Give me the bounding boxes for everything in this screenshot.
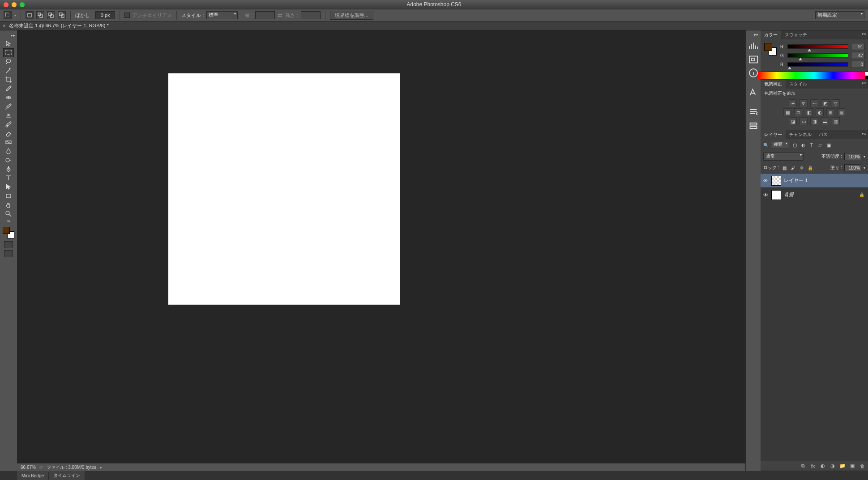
invert-adjustment-icon[interactable]: ◪: [789, 117, 797, 125]
canvas-area[interactable]: 66.67% ⟳ ファイル : 3.00M/0 bytes ▸: [17, 30, 745, 471]
healing-brush-tool[interactable]: [3, 93, 14, 102]
clone-stamp-tool[interactable]: [3, 111, 14, 120]
feather-input[interactable]: [95, 11, 115, 19]
rectangular-marquee-tool[interactable]: [3, 48, 14, 57]
r-input[interactable]: [851, 43, 864, 50]
tab-paths[interactable]: パス: [815, 130, 831, 139]
eraser-tool[interactable]: [3, 129, 14, 138]
link-layers-icon[interactable]: ⧉: [800, 463, 806, 469]
tab-styles[interactable]: スタイル: [786, 80, 811, 89]
document-canvas[interactable]: [168, 73, 400, 305]
dodge-tool[interactable]: [3, 156, 14, 165]
paragraph-panel-icon[interactable]: [748, 107, 759, 118]
balance-adjustment-icon[interactable]: ⚖: [794, 108, 802, 116]
visibility-toggle-icon[interactable]: 👁: [762, 192, 769, 198]
tool-switch-icon[interactable]: ⇆: [7, 219, 10, 223]
hue-adjustment-icon[interactable]: ▦: [783, 108, 791, 116]
fg-color-chip[interactable]: [764, 43, 772, 51]
zoom-level[interactable]: 66.67%: [21, 465, 36, 470]
panel-menu-icon[interactable]: ▾≡: [862, 132, 866, 136]
layer-thumbnail[interactable]: [771, 190, 781, 200]
antialias-checkbox[interactable]: [124, 13, 130, 18]
color-swatches[interactable]: [3, 227, 14, 238]
close-tab-icon[interactable]: ×: [3, 23, 6, 29]
navigator-panel-icon[interactable]: [748, 54, 759, 65]
gradient-map-adjustment-icon[interactable]: ▬: [821, 117, 829, 125]
layer-row[interactable]: 👁背景🔒: [761, 188, 868, 202]
bw-adjustment-icon[interactable]: ◧: [805, 108, 813, 116]
curves-adjustment-icon[interactable]: 〰: [810, 99, 818, 107]
brightness-adjustment-icon[interactable]: ☀: [789, 99, 797, 107]
photo-filter-adjustment-icon[interactable]: ◐: [816, 108, 824, 116]
g-slider[interactable]: [787, 53, 848, 58]
expand-panels-icon[interactable]: ▸▸: [754, 32, 761, 37]
visibility-toggle-icon[interactable]: 👁: [762, 178, 769, 183]
tab-swatches[interactable]: スウォッチ: [781, 30, 811, 39]
status-flyout-icon[interactable]: ▸: [100, 465, 102, 470]
tool-preset-picker[interactable]: [4, 11, 12, 19]
vibrance-adjustment-icon[interactable]: ▽: [832, 99, 840, 107]
fill-input[interactable]: [844, 164, 861, 171]
timeline-tab[interactable]: タイムライン: [49, 471, 85, 480]
new-layer-icon[interactable]: ▣: [849, 463, 855, 469]
layer-filter-type[interactable]: 種類: [771, 141, 789, 149]
filter-pixel-icon[interactable]: ▢: [791, 142, 798, 148]
filter-adjust-icon[interactable]: ◐: [800, 142, 806, 148]
minimize-window-button[interactable]: [12, 2, 17, 7]
levels-adjustment-icon[interactable]: ⛛: [800, 99, 808, 107]
pen-tool[interactable]: [3, 165, 14, 174]
new-group-icon[interactable]: 📁: [839, 463, 846, 469]
filter-smart-icon[interactable]: ▣: [825, 142, 832, 148]
type-tool[interactable]: [3, 174, 14, 183]
document-tab[interactable]: × 名称未設定 1 @ 66.7% (レイヤー 1, RGB/8) *: [0, 21, 112, 30]
selective-color-adjustment-icon[interactable]: ▥: [832, 117, 840, 125]
lock-paint-icon[interactable]: 🖌: [790, 165, 796, 171]
zoom-window-button[interactable]: [20, 2, 25, 7]
screen-mode[interactable]: [4, 250, 13, 257]
panel-menu-icon[interactable]: ▾≡: [862, 81, 866, 85]
lookup-adjustment-icon[interactable]: ▤: [837, 108, 845, 116]
character-panel-icon[interactable]: [748, 87, 759, 98]
quick-mask-mode[interactable]: [4, 241, 13, 248]
info-panel-icon[interactable]: [748, 68, 759, 78]
tab-color[interactable]: カラー: [761, 30, 781, 39]
layer-thumbnail[interactable]: [771, 176, 781, 186]
eyedropper-tool[interactable]: [3, 84, 14, 93]
histogram-panel-icon[interactable]: [748, 41, 759, 51]
tab-channels[interactable]: チャンネル: [786, 130, 815, 139]
rectangle-tool[interactable]: [3, 191, 14, 200]
collapse-toolbox-icon[interactable]: ▸▸: [11, 33, 17, 38]
new-selection-icon[interactable]: [26, 11, 34, 19]
lock-position-icon[interactable]: ✥: [799, 165, 805, 171]
panel-color-swatches[interactable]: [764, 43, 777, 55]
workspace-switcher[interactable]: 初期設定: [815, 11, 864, 19]
layer-mask-icon[interactable]: ◐: [820, 463, 826, 469]
close-window-button[interactable]: [4, 2, 9, 7]
blend-mode-select[interactable]: 通常: [763, 153, 804, 161]
history-brush-tool[interactable]: [3, 120, 14, 129]
delete-layer-icon[interactable]: 🗑: [859, 463, 865, 469]
layer-name[interactable]: 背景: [784, 191, 794, 198]
magic-wand-tool[interactable]: [3, 66, 14, 75]
tab-layers[interactable]: レイヤー: [761, 130, 786, 139]
layer-fx-icon[interactable]: fx: [810, 463, 816, 469]
g-input[interactable]: [851, 52, 864, 59]
add-selection-icon[interactable]: [36, 11, 44, 19]
lock-transparent-icon[interactable]: ▦: [782, 165, 788, 171]
filter-shape-icon[interactable]: ▱: [817, 142, 823, 148]
mini-bridge-tab[interactable]: Mini Bridge: [17, 472, 49, 480]
zoom-tool[interactable]: [3, 209, 14, 218]
exposure-adjustment-icon[interactable]: ◩: [821, 99, 829, 107]
subtract-selection-icon[interactable]: [47, 11, 55, 19]
tab-adjustments[interactable]: 色調補正: [761, 80, 786, 89]
library-panel-icon[interactable]: [748, 120, 759, 131]
refine-edge-button[interactable]: 境界線を調整...: [330, 11, 373, 20]
status-arrow-icon[interactable]: ⟳: [39, 465, 43, 470]
intersect-selection-icon[interactable]: [58, 11, 66, 19]
lasso-tool[interactable]: [3, 57, 14, 66]
new-adjustment-layer-icon[interactable]: ◑: [830, 463, 836, 469]
layer-name[interactable]: レイヤー 1: [784, 177, 808, 184]
foreground-color-swatch[interactable]: [3, 227, 10, 234]
threshold-adjustment-icon[interactable]: ◨: [810, 117, 818, 125]
color-spectrum[interactable]: [758, 72, 868, 79]
